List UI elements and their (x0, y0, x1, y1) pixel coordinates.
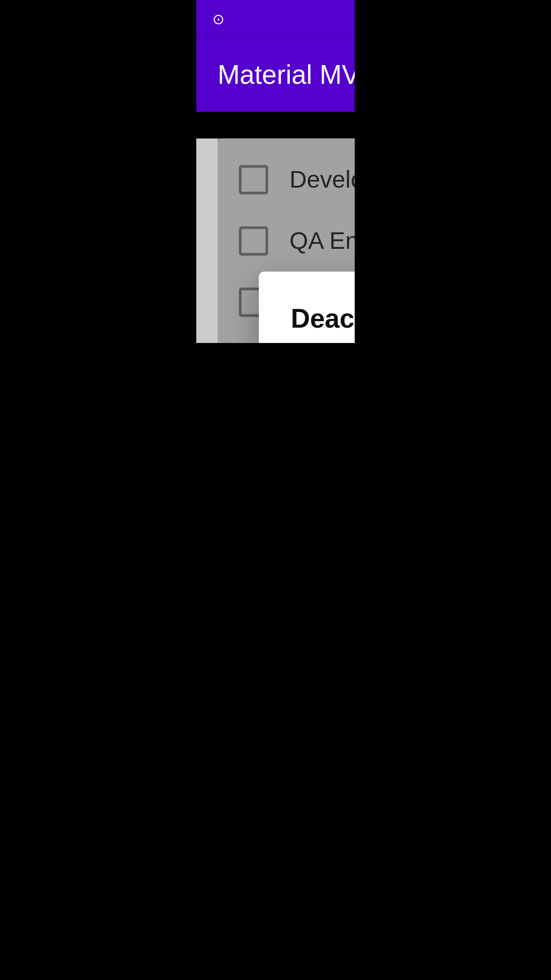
spinner-icon: ⊙ (212, 10, 224, 27)
main-content: Developer QA Engineer Team Leader SELECT… (196, 139, 355, 343)
dialog: Deactivate account To continue, please e… (259, 272, 355, 343)
content-card: Developer QA Engineer Team Leader SELECT… (218, 139, 355, 343)
dialog-title: Deactivate account (291, 304, 355, 334)
dialog-overlay: Deactivate account To continue, please e… (218, 139, 355, 343)
app-bar-title: Material MVVM (218, 59, 355, 90)
status-bar: ⊙ ▣ ▼ ◼ ▮ 12:57 (196, 0, 355, 37)
status-bar-left: ⊙ (212, 10, 224, 27)
phone-container: ⊙ ▣ ▼ ◼ ▮ 12:57 Material MVVM Developer … (196, 0, 355, 343)
app-bar: Material MVVM (196, 37, 355, 112)
